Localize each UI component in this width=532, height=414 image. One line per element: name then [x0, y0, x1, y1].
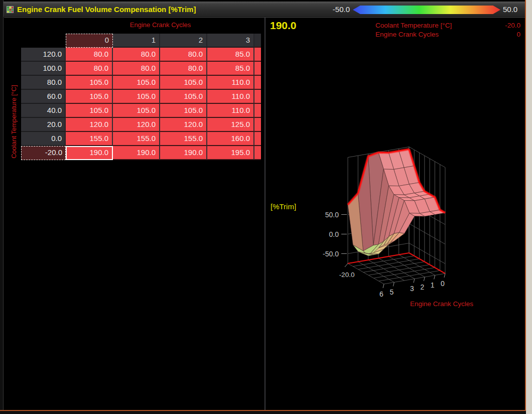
table-cell[interactable]: 125.0 — [207, 118, 254, 132]
table-cell[interactable]: 80.0 — [66, 62, 113, 76]
table-cell[interactable]: 80.0 — [66, 48, 113, 62]
row-header--20.0[interactable]: -20.0 — [21, 146, 66, 160]
table-row: 20.0120.0120.0120.0125.0 — [21, 118, 261, 132]
table-cell[interactable]: 105.0 — [160, 76, 207, 90]
table-cell[interactable]: 85.0 — [207, 48, 254, 62]
surface-3d-plot[interactable]: 50.00.0-50.0653210-20.0Engine Crank Cycl… — [265, 18, 525, 410]
row-header-120.0[interactable]: 120.0 — [21, 48, 66, 62]
table-row: 80.0105.0105.0105.0110.0 — [21, 76, 261, 90]
color-scale-max-label: 50.0 — [503, 2, 525, 17]
window-left-edge — [0, 0, 4, 411]
svg-text:5: 5 — [389, 288, 393, 296]
window-titlebar[interactable]: Engine Crank Fuel Volume Compensation [%… — [0, 2, 525, 17]
row-header-80.0[interactable]: 80.0 — [21, 76, 66, 90]
row-header-40.0[interactable]: 40.0 — [21, 104, 66, 118]
table-row: 0.0155.0155.0155.0160.0 — [21, 132, 261, 146]
table-cell-partial[interactable] — [254, 146, 261, 160]
table-cell[interactable]: 155.0 — [66, 132, 113, 146]
table-cell[interactable]: 190.0 — [66, 146, 113, 160]
table-row: 40.0105.0105.0105.0110.0 — [21, 104, 261, 118]
table-cell[interactable]: 155.0 — [113, 132, 160, 146]
col-header-partial[interactable] — [254, 34, 261, 48]
table-cell[interactable]: 85.0 — [207, 62, 254, 76]
table-cell[interactable]: 80.0 — [160, 62, 207, 76]
table-cell[interactable]: 120.0 — [113, 118, 160, 132]
table-cell[interactable]: 120.0 — [160, 118, 207, 132]
col-header-2[interactable]: 2 — [160, 34, 207, 48]
table-row: 60.0105.0105.0105.0110.0 — [21, 90, 261, 104]
table-cell[interactable]: 105.0 — [66, 104, 113, 118]
window-title: Engine Crank Fuel Volume Compensation [%… — [17, 2, 196, 17]
table-cell[interactable]: 190.0 — [113, 146, 160, 160]
table-cell-partial[interactable] — [254, 62, 261, 76]
table-cell[interactable]: 195.0 — [207, 146, 254, 160]
table-cell-partial[interactable] — [254, 132, 261, 146]
row-header-20.0[interactable]: 20.0 — [21, 118, 66, 132]
col-header-3[interactable]: 3 — [207, 34, 254, 48]
table-row: -20.0190.0190.0190.0195.0 — [21, 146, 261, 160]
table-x-axis-label: Engine Crank Cycles — [66, 21, 255, 29]
map-editor-window: Engine Crank Fuel Volume Compensation [%… — [0, 0, 532, 414]
table-row: 100.080.080.080.085.0 — [21, 62, 261, 76]
table-cell[interactable]: 80.0 — [113, 48, 160, 62]
svg-text:0.0: 0.0 — [329, 230, 339, 238]
svg-text:3: 3 — [410, 285, 414, 293]
col-header-0[interactable]: 0 — [66, 34, 113, 48]
table-cell-partial[interactable] — [254, 104, 261, 118]
window-bottom-gap — [0, 411, 526, 414]
row-header-100.0[interactable]: 100.0 — [21, 62, 66, 76]
table-cell[interactable]: 105.0 — [113, 90, 160, 104]
table-cell-partial[interactable] — [254, 76, 261, 90]
table-cell[interactable]: 105.0 — [160, 104, 207, 118]
table-cell[interactable]: 120.0 — [66, 118, 113, 132]
table-y-axis-label: Coolant Temperature [°C] — [10, 64, 18, 180]
col-header-1[interactable]: 1 — [113, 34, 160, 48]
svg-text:Engine Crank Cycles: Engine Crank Cycles — [410, 300, 473, 308]
svg-text:6: 6 — [379, 290, 383, 298]
table-cell[interactable]: 105.0 — [66, 76, 113, 90]
table-cell[interactable]: 110.0 — [207, 90, 254, 104]
table-corner — [21, 34, 66, 48]
table-cell[interactable]: 110.0 — [207, 76, 254, 90]
table-cell[interactable]: 105.0 — [160, 90, 207, 104]
table-cell[interactable]: 105.0 — [113, 76, 160, 90]
table-cell[interactable]: 80.0 — [160, 48, 207, 62]
table-cell-partial[interactable] — [254, 90, 261, 104]
color-scale-gradient-bar — [353, 6, 500, 14]
table-map-icon — [7, 6, 14, 13]
map-table: 0123120.080.080.080.085.0100.080.080.080… — [21, 34, 261, 160]
window-content: Engine Crank Cycles Coolant Temperature … — [4, 17, 525, 410]
surface-plot-panel: 190.0 Coolant Temperature [°C] -20.0 Eng… — [265, 17, 525, 410]
table-cell[interactable]: 190.0 — [160, 146, 207, 160]
map-table-panel: Engine Crank Cycles Coolant Temperature … — [4, 17, 264, 410]
table-cell[interactable]: 105.0 — [66, 90, 113, 104]
table-cell[interactable]: 160.0 — [207, 132, 254, 146]
table-row: 120.080.080.080.085.0 — [21, 48, 261, 62]
svg-text:50.0: 50.0 — [325, 211, 339, 219]
table-cell[interactable]: 110.0 — [207, 104, 254, 118]
table-cell[interactable]: 105.0 — [113, 104, 160, 118]
row-header-60.0[interactable]: 60.0 — [21, 90, 66, 104]
svg-text:2: 2 — [420, 283, 424, 291]
svg-text:-20.0: -20.0 — [339, 271, 355, 279]
svg-text:-50.0: -50.0 — [323, 250, 339, 258]
svg-text:0: 0 — [441, 280, 445, 288]
table-cell[interactable]: 155.0 — [160, 132, 207, 146]
docked-panel-strip[interactable] — [526, 0, 532, 414]
table-cell-partial[interactable] — [254, 48, 261, 62]
row-header-0.0[interactable]: 0.0 — [21, 132, 66, 146]
svg-text:1: 1 — [431, 281, 435, 289]
color-scale-min-label: -50.0 — [301, 2, 350, 17]
table-cell-partial[interactable] — [254, 118, 261, 132]
table-cell[interactable]: 80.0 — [113, 62, 160, 76]
